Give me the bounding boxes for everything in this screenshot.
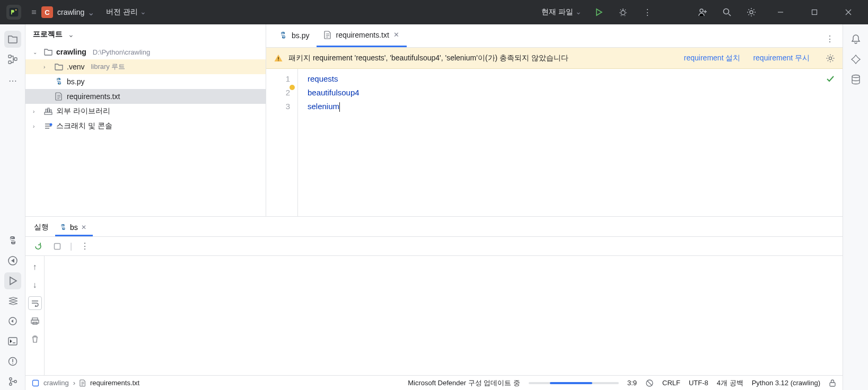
inspection-ok-icon[interactable] bbox=[826, 74, 835, 84]
rerun-button[interactable] bbox=[32, 240, 45, 253]
svg-point-17 bbox=[58, 78, 58, 79]
breadcrumb[interactable]: crawling › requirements.txt bbox=[32, 379, 139, 387]
breadcrumb-root: crawling bbox=[43, 379, 69, 387]
text-file-icon bbox=[54, 92, 64, 101]
cursor-position[interactable]: 3:9 bbox=[627, 379, 637, 387]
run-button[interactable] bbox=[591, 5, 606, 20]
debug-tool-button[interactable] bbox=[4, 313, 21, 330]
tree-root-label: crawling bbox=[56, 48, 86, 56]
caret-right-icon: › bbox=[33, 123, 40, 129]
interpreter[interactable]: Python 3.12 (crawling) bbox=[752, 379, 820, 387]
code-editor[interactable]: 123 requests beautifulsoup4 selenium bbox=[266, 69, 843, 216]
vcs-menu[interactable]: 버전 관리 ⌄ bbox=[106, 7, 146, 17]
search-everywhere-icon[interactable] bbox=[720, 5, 734, 20]
terminal-tool-button[interactable] bbox=[4, 333, 21, 350]
requirements-banner: 패키지 requirement 'requests', 'beautifulso… bbox=[266, 48, 843, 69]
soft-wrap-button[interactable] bbox=[28, 296, 42, 310]
tabs-menu-button[interactable]: ⋮ bbox=[822, 31, 837, 47]
code-with-me-icon[interactable] bbox=[695, 5, 710, 20]
python-console-tool-button[interactable] bbox=[4, 232, 21, 249]
close-icon[interactable]: ✕ bbox=[81, 224, 86, 231]
folder-icon bbox=[54, 63, 64, 70]
tree-item-label: bs.py bbox=[67, 77, 84, 86]
tree-item-hint: library 루트 bbox=[91, 62, 125, 72]
close-button[interactable] bbox=[836, 0, 861, 24]
svg-rect-26 bbox=[33, 380, 39, 386]
tree-root[interactable]: ⌄ crawling D:\Python\crawling bbox=[25, 45, 266, 59]
maximize-button[interactable] bbox=[802, 0, 827, 24]
run-tool-button[interactable] bbox=[4, 272, 21, 289]
ignore-requirement-link[interactable]: requirement 무시 bbox=[753, 54, 810, 63]
pycharm-logo-icon bbox=[6, 5, 21, 20]
run-toolbar: | ⋮ bbox=[25, 237, 843, 256]
svg-rect-19 bbox=[45, 112, 52, 114]
close-tab-icon[interactable]: ✕ bbox=[393, 31, 399, 39]
svg-rect-24 bbox=[31, 320, 39, 323]
more-tools-button[interactable]: ⋯ bbox=[4, 72, 21, 89]
more-actions-button[interactable]: ⋮ bbox=[640, 5, 655, 20]
tab-requirements[interactable]: requirements.txt ✕ bbox=[317, 24, 406, 47]
text-file-icon bbox=[324, 31, 331, 39]
svg-point-21 bbox=[829, 57, 831, 59]
svg-point-16 bbox=[14, 380, 16, 383]
main-menu-button[interactable] bbox=[27, 5, 41, 20]
ai-assistant-tool-button[interactable] bbox=[847, 51, 864, 68]
python-file-icon bbox=[59, 224, 67, 231]
minimize-button[interactable] bbox=[768, 0, 793, 24]
svg-point-2 bbox=[621, 11, 625, 15]
encoding[interactable]: UTF-8 bbox=[689, 379, 708, 387]
vcs-tool-button[interactable] bbox=[4, 373, 21, 390]
editor-area: bs.py requirements.txt ✕ ⋮ 패키지 requireme… bbox=[266, 24, 843, 216]
structure-tool-button[interactable] bbox=[4, 51, 21, 68]
project-badge: C bbox=[41, 6, 53, 18]
tab-bspy[interactable]: bs.py bbox=[271, 24, 317, 47]
editor-tabs: bs.py requirements.txt ✕ ⋮ bbox=[266, 24, 843, 48]
tree-item-label: .venv bbox=[67, 63, 84, 71]
text-cursor bbox=[339, 102, 340, 112]
problems-tool-button[interactable] bbox=[4, 353, 21, 370]
run-window-title: 실행 bbox=[32, 223, 55, 236]
svg-rect-6 bbox=[812, 10, 817, 15]
run-gutter: ↑ ↓ bbox=[25, 256, 45, 375]
project-panel-header[interactable]: 프로젝트 ⌄ bbox=[25, 24, 266, 45]
project-name-label[interactable]: crawling bbox=[57, 8, 84, 16]
run-config-selector[interactable]: 현재 파일 ⌄ bbox=[541, 7, 582, 17]
svg-point-1 bbox=[15, 10, 17, 11]
print-button[interactable] bbox=[28, 314, 42, 328]
trash-button[interactable] bbox=[28, 332, 42, 346]
scroll-down-button[interactable]: ↓ bbox=[28, 278, 42, 292]
tree-scratches[interactable]: › 스크래치 및 콘솔 bbox=[25, 119, 266, 134]
right-tool-stripe bbox=[843, 24, 868, 390]
progress-label[interactable]: Microsoft Defender 구성 업데이트 중 bbox=[408, 378, 520, 388]
chevron-down-icon: ⌄ bbox=[87, 7, 94, 17]
database-tool-button[interactable] bbox=[847, 71, 864, 88]
run-output[interactable] bbox=[45, 256, 843, 375]
services-tool-button[interactable] bbox=[4, 292, 21, 309]
install-requirement-link[interactable]: requirement 설치 bbox=[684, 54, 741, 63]
title-bar: C crawling ⌄ 버전 관리 ⌄ 현재 파일 ⌄ ⋮ bbox=[0, 0, 868, 24]
svg-point-20 bbox=[50, 123, 52, 126]
indent-setting[interactable]: 4개 공백 bbox=[717, 378, 743, 388]
stop-button[interactable] bbox=[51, 240, 64, 253]
tree-item-venv[interactable]: › .venv library 루트 bbox=[25, 59, 266, 74]
notifications-tool-button[interactable] bbox=[847, 31, 864, 48]
banner-settings-icon[interactable] bbox=[826, 54, 835, 63]
line-separator[interactable]: CRLF bbox=[662, 379, 680, 387]
breadcrumb-file: requirements.txt bbox=[90, 379, 139, 387]
run-more-button[interactable]: ⋮ bbox=[78, 240, 91, 253]
project-tool-button[interactable] bbox=[4, 31, 21, 48]
lock-icon[interactable] bbox=[829, 379, 836, 387]
scroll-up-button[interactable]: ↑ bbox=[28, 260, 42, 274]
tree-item-bspy[interactable]: bs.py bbox=[25, 74, 266, 89]
debug-button[interactable] bbox=[616, 5, 630, 20]
progress-bar[interactable] bbox=[529, 382, 619, 384]
tree-item-requirements[interactable]: requirements.txt bbox=[25, 89, 266, 104]
run-tab-label: bs bbox=[70, 223, 78, 232]
power-save-icon[interactable] bbox=[645, 379, 654, 387]
run-tab-bs[interactable]: bs ✕ bbox=[55, 223, 93, 236]
python-packages-tool-button[interactable] bbox=[4, 252, 21, 269]
tree-external-libs[interactable]: › 외부 라이브러리 bbox=[25, 104, 266, 119]
settings-icon[interactable] bbox=[744, 5, 759, 20]
python-file-icon bbox=[279, 31, 287, 40]
svg-point-29 bbox=[852, 75, 860, 78]
